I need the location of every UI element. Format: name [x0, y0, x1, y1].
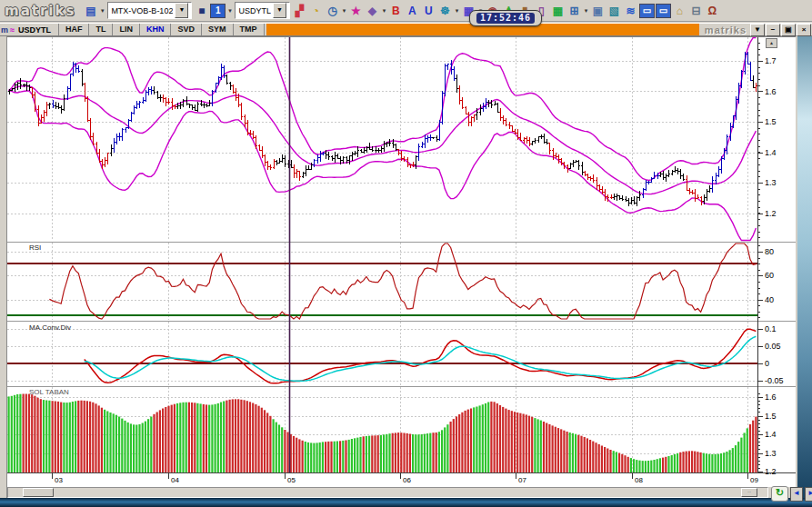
save-icon[interactable]: ▤ — [83, 3, 98, 18]
svg-text:06: 06 — [403, 476, 411, 484]
bell-icon[interactable]: Ω — [705, 3, 720, 18]
svg-text:0.1: 0.1 — [765, 324, 777, 333]
underline-icon[interactable]: U — [421, 3, 436, 18]
chevron-down-icon[interactable]: ▾ — [454, 7, 460, 15]
matriks-mini-icon: m — [1, 25, 8, 35]
font-icon[interactable]: A — [405, 3, 420, 18]
shape-tool-icon[interactable]: ◆ — [365, 3, 380, 18]
tmp-button[interactable]: TMP — [233, 24, 265, 35]
toolbar-icons-mid: ■1▾ — [194, 3, 233, 18]
pie-chart-icon[interactable]: ◔ — [308, 3, 324, 18]
monitor-icon[interactable]: ⊞ — [566, 3, 582, 18]
refresh-icon[interactable]: ↻ — [771, 486, 788, 502]
mini-chart-icon: ≈ — [10, 25, 15, 35]
svg-text:1.4: 1.4 — [765, 430, 777, 439]
svg-text:05: 05 — [287, 476, 296, 484]
svg-text:1.3: 1.3 — [765, 449, 777, 458]
chart-type-icon[interactable]: ▞ — [292, 3, 307, 18]
minimize-button[interactable]: − — [766, 24, 780, 36]
period-haf-button[interactable]: HAF — [58, 24, 89, 35]
titlebar-brand: matriks — [701, 25, 750, 35]
right-window-frame — [797, 36, 812, 498]
restore-button[interactable]: ▣ — [781, 24, 796, 36]
svg-text:1.2: 1.2 — [765, 467, 777, 476]
indicator-square-icon[interactable]: ■ — [194, 3, 209, 18]
svg-text:03: 03 — [55, 476, 63, 484]
svg-text:04: 04 — [171, 476, 179, 484]
draw-star-icon[interactable]: ★ — [348, 3, 364, 18]
app-logo: matriks — [3, 3, 81, 19]
axis-mini-button[interactable]: ▲ — [766, 38, 777, 48]
macd-panel-label: MA.Conv.Div — [29, 323, 71, 332]
chevron-down-icon[interactable]: ▾ — [341, 7, 347, 15]
svg-text:1.3: 1.3 — [765, 178, 777, 187]
table-icon[interactable]: ▦ — [550, 3, 566, 18]
chevron-down-icon[interactable]: ▾ — [583, 7, 589, 15]
prev-arrow-icon[interactable]: ◄ — [790, 487, 803, 502]
svg-text:60: 60 — [765, 271, 774, 280]
scrollbar-thumb[interactable] — [23, 488, 54, 497]
chevron-down-icon[interactable]: ▾ — [99, 7, 105, 15]
svg-text:09: 09 — [750, 476, 758, 484]
svg-text:0.05: 0.05 — [765, 342, 781, 351]
window-blue-icon[interactable]: ▭ — [639, 4, 655, 18]
svg-text:1.5: 1.5 — [765, 117, 777, 126]
scrollbar-grip[interactable]: ·· — [741, 488, 757, 497]
printer-icon[interactable]: ⊟ — [688, 3, 704, 18]
copy-window-icon[interactable]: ▣ — [590, 3, 606, 18]
period-1-icon[interactable]: 1 — [210, 4, 226, 18]
scale-lin-button[interactable]: LIN — [112, 24, 139, 35]
symbol2-combo-value: USDYTL — [238, 6, 271, 15]
chevron-down-icon[interactable]: ▼ — [175, 3, 188, 18]
close-button[interactable]: × — [797, 24, 811, 36]
chevron-down-icon[interactable]: ▼ — [273, 3, 286, 18]
chart-symbol-label: USDYTL — [15, 25, 58, 35]
symbol-combo-value: MTX-VOB-B-102 — [111, 6, 173, 15]
left-frame — [0, 36, 7, 498]
main-toolbar: matriks ▤▾ MTX-VOB-B-102 ▼ ■1▾ USDYTL ▼ … — [0, 0, 812, 22]
svg-text:80: 80 — [765, 247, 774, 256]
sym-button[interactable]: SYM — [201, 24, 233, 35]
symbol2-combo[interactable]: USDYTL ▼ — [235, 2, 290, 19]
chart-plot[interactable]: 1.71.61.51.41.31.28060400.10.050-0.051.6… — [0, 0, 812, 507]
horizontal-scrollbar[interactable]: ·· — [7, 487, 768, 498]
svg-text:07: 07 — [518, 476, 526, 484]
window-menu-button[interactable]: ▼ — [750, 24, 765, 36]
clock-time: 17:52:46 — [476, 13, 535, 24]
svg-text:-0.05: -0.05 — [765, 376, 784, 385]
svg-text:40: 40 — [765, 295, 774, 304]
svg-text:1.4: 1.4 — [765, 148, 777, 157]
folder-icon[interactable]: ⌂ — [672, 3, 687, 18]
symbol-combo[interactable]: MTX-VOB-B-102 ▼ — [107, 2, 192, 19]
bold-icon[interactable]: B — [388, 3, 404, 18]
svg-text:1.2: 1.2 — [765, 209, 777, 218]
svg-text:0: 0 — [765, 359, 769, 368]
svd-button[interactable]: SVD — [170, 24, 201, 35]
rsi-panel-label: RSI — [29, 244, 41, 252]
bottom-window-frame — [0, 498, 812, 507]
svg-text:1.6: 1.6 — [765, 393, 777, 402]
window-blue2-icon[interactable]: ▭ — [656, 4, 671, 18]
svg-text:1.6: 1.6 — [765, 87, 777, 96]
clock-icon[interactable]: ◷ — [325, 3, 340, 18]
status-icons: ↻ ◄ ► — [771, 486, 812, 502]
chevron-down-icon[interactable]: ▾ — [381, 7, 387, 15]
image-icon[interactable]: ▧ — [606, 3, 622, 18]
toolbar-icons-left: ▤▾ — [83, 3, 105, 18]
hist-panel-label: SOL TABAN — [29, 388, 69, 396]
wheel-icon[interactable]: ☸ — [437, 3, 453, 18]
svg-text:1.7: 1.7 — [765, 56, 777, 65]
send-icon[interactable]: ≋ — [623, 3, 638, 18]
currency-tl-button[interactable]: TL — [88, 24, 112, 35]
style-khn-button[interactable]: KHN — [139, 24, 171, 35]
clock-display: 17:52:46 — [469, 10, 542, 26]
chevron-down-icon[interactable]: ▾ — [226, 7, 233, 15]
matriks-application: matriks ▤▾ MTX-VOB-B-102 ▼ ■1▾ USDYTL ▼ … — [0, 0, 812, 507]
chart-titlebar: m ≈ USDYTL HAF TL LIN KHN SVD SYM TMP ma… — [0, 23, 812, 36]
svg-text:1.5: 1.5 — [765, 412, 777, 421]
svg-text:08: 08 — [635, 476, 643, 484]
next-arrow-icon[interactable]: ► — [805, 487, 812, 502]
